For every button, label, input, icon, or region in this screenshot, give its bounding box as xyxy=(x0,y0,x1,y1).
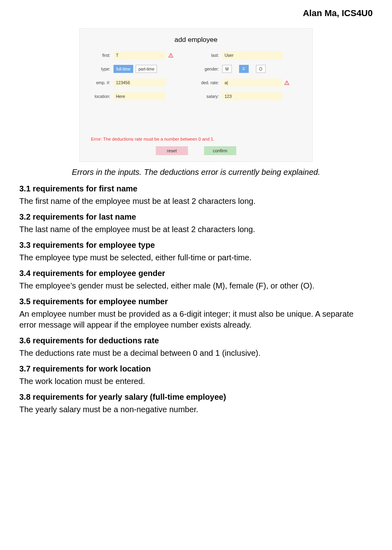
section-body: The yearly salary must be a non-negative… xyxy=(19,404,373,415)
svg-point-3 xyxy=(286,83,287,84)
section-body: The last name of the employee must be at… xyxy=(19,224,373,235)
first-input[interactable] xyxy=(113,51,166,59)
section: 3.6 requirements for deductions rate The… xyxy=(19,336,373,359)
section-body: The first name of the employee must be a… xyxy=(19,196,373,207)
section-body: The employee’s gender must be selected, … xyxy=(19,280,373,291)
svg-point-1 xyxy=(170,56,171,56)
label-last: last: xyxy=(200,53,222,58)
section-heading: 3.5 requirements for employee number xyxy=(19,297,373,306)
gender-f-button[interactable]: F xyxy=(239,65,249,73)
section: 3.4 requirements for employee gender The… xyxy=(19,269,373,291)
type-fulltime-button[interactable]: full-time xyxy=(113,65,133,73)
error-message: Error: The deductions rate must be a num… xyxy=(91,137,301,141)
section: 3.8 requirements for yearly salary (full… xyxy=(19,392,373,415)
section-heading: 3.1 requirements for first name xyxy=(19,184,373,193)
confirm-button[interactable]: confirm xyxy=(204,146,236,155)
gender-o-button[interactable]: O xyxy=(256,65,266,73)
section: 3.2 requirements for last name The last … xyxy=(19,212,373,235)
section-heading: 3.4 requirements for employee gender xyxy=(19,269,373,278)
section: 3.7 requirements for work location The w… xyxy=(19,364,373,387)
section-heading: 3.7 requirements for work location xyxy=(19,364,373,374)
label-empnum: emp. #: xyxy=(91,80,113,85)
warning-icon xyxy=(168,53,173,58)
label-dedrate: ded. rate: xyxy=(200,80,222,85)
section-body: The work location must be entered. xyxy=(19,376,373,387)
location-input[interactable] xyxy=(113,92,166,100)
label-location: location: xyxy=(91,94,113,99)
type-parttime-button[interactable]: part-time xyxy=(136,65,157,73)
first-warning xyxy=(166,53,175,58)
section: 3.5 requirements for employee number An … xyxy=(19,297,373,330)
empnum-input[interactable] xyxy=(113,79,166,87)
last-input[interactable] xyxy=(222,51,283,59)
label-first: first: xyxy=(91,53,113,58)
section-body: The deductions rate must be a decimal be… xyxy=(19,348,373,359)
section-heading: 3.6 requirements for deductions rate xyxy=(19,336,373,345)
app-title: add employee xyxy=(91,36,301,44)
gender-m-button[interactable]: M xyxy=(222,65,232,73)
section-heading: 3.3 requirements for employee type xyxy=(19,241,373,250)
warning-icon xyxy=(284,80,289,85)
salary-input[interactable] xyxy=(222,92,283,100)
section-heading: 3.2 requirements for last name xyxy=(19,212,373,222)
dedrate-input[interactable] xyxy=(222,79,283,87)
reset-button[interactable]: reset xyxy=(156,146,188,155)
section: 3.1 requirements for first name The firs… xyxy=(19,184,373,207)
figure-caption: Errors in the inputs. The deductions err… xyxy=(19,168,373,177)
section-body: An employee number must be provided as a… xyxy=(19,309,373,330)
section: 3.3 requirements for employee type The e… xyxy=(19,241,373,263)
label-gender: gender: xyxy=(200,66,222,71)
section-body: The employee type must be selected, eith… xyxy=(19,252,373,263)
label-type: type: xyxy=(91,66,113,71)
app-screenshot: add employee first: last: type: full-tim… xyxy=(79,28,313,162)
section-heading: 3.8 requirements for yearly salary (full… xyxy=(19,392,373,402)
dedrate-warning xyxy=(283,80,291,85)
label-salary: salary: xyxy=(200,94,222,99)
page-header: Alan Ma, ICS4U0 xyxy=(19,8,373,19)
